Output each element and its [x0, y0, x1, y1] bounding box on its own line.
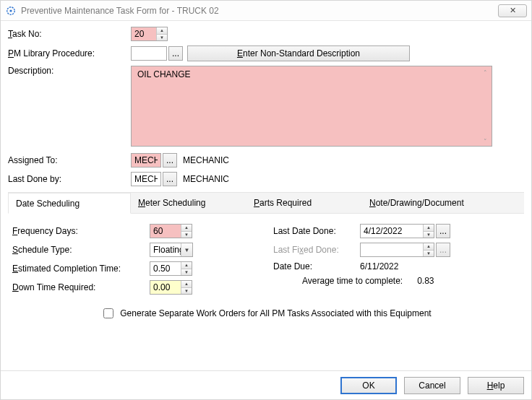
- down-time-required-label: Down Time Required:: [12, 282, 150, 292]
- cancel-button[interactable]: Cancel: [404, 377, 460, 394]
- last-date-done-label: Last Date Done:: [273, 226, 360, 236]
- pm-library-browse-button[interactable]: ...: [168, 46, 183, 61]
- task-no-input[interactable]: [132, 27, 156, 40]
- generate-separate-work-orders-label: Generate Separate Work Orders for All PM…: [120, 308, 431, 318]
- enter-nonstandard-button[interactable]: Enter Non-Standard Description: [187, 45, 410, 61]
- tab-meter-scheduling[interactable]: Meter Scheduling: [131, 193, 246, 213]
- assigned-to-name: MECHANIC: [183, 155, 229, 165]
- last-fixed-done-input[interactable]: [361, 243, 423, 256]
- last-fixed-done-label: Last Fixed Done:: [273, 245, 360, 255]
- frequency-days-label: Frequency Days:: [12, 226, 150, 236]
- close-icon: ✕: [510, 6, 516, 15]
- schedule-type-label: Schedule Type:: [12, 245, 150, 255]
- chevron-down-icon: ▼: [181, 243, 192, 256]
- assigned-to-browse-button[interactable]: ...: [163, 153, 177, 168]
- date-due-label: Date Due:: [273, 261, 360, 271]
- ok-button[interactable]: OK: [340, 377, 397, 394]
- tab-body-date-scheduling: Frequency Days: ▲▼ Schedule Type: Floati…: [8, 214, 524, 325]
- last-date-done-input[interactable]: [361, 225, 423, 238]
- pm-library-label: PM Library Procedure:: [8, 48, 131, 58]
- assigned-to-label: Assigned To:: [8, 155, 131, 165]
- last-done-by-label: Last Done by:: [8, 174, 131, 184]
- estimated-completion-time-input[interactable]: [150, 262, 181, 275]
- spin-down-icon[interactable]: ▼: [181, 231, 192, 238]
- spin-up-icon[interactable]: ▲: [424, 225, 434, 231]
- spin-down-icon[interactable]: ▼: [424, 250, 434, 257]
- spin-up-icon[interactable]: ▲: [181, 225, 192, 231]
- spin-down-icon[interactable]: ▼: [424, 231, 434, 238]
- pm-library-input[interactable]: [131, 46, 167, 61]
- spin-up-icon[interactable]: ▲: [181, 281, 192, 287]
- ellipsis-icon: ...: [166, 174, 173, 184]
- ellipsis-icon: ...: [439, 245, 447, 255]
- schedule-type-select[interactable]: Floating ▼: [150, 243, 193, 257]
- schedule-type-value: Floating: [150, 243, 181, 256]
- average-time-value: 0.83: [417, 276, 434, 286]
- task-no-spinner[interactable]: ▲ ▼: [131, 27, 168, 41]
- last-fixed-done-browse-button: ...: [436, 243, 450, 257]
- spin-down-icon[interactable]: ▼: [181, 287, 192, 295]
- help-button[interactable]: Help: [468, 377, 524, 394]
- window-title: Preventive Maintenance Task Form for - T…: [21, 6, 494, 16]
- spin-up-icon[interactable]: ▲: [181, 262, 192, 269]
- window-frame: Preventive Maintenance Task Form for - T…: [0, 0, 532, 400]
- average-time-label: Average time to complete:: [302, 276, 403, 286]
- generate-separate-work-orders-checkbox[interactable]: [103, 308, 113, 318]
- date-due-value: 6/11/2022: [360, 261, 398, 271]
- down-time-required-input[interactable]: [150, 281, 181, 294]
- tab-date-scheduling[interactable]: Date Scheduling: [8, 193, 131, 214]
- spin-down-icon[interactable]: ▼: [157, 34, 167, 41]
- description-textarea[interactable]: [131, 66, 492, 147]
- last-done-by-browse-button[interactable]: ...: [163, 172, 177, 186]
- window-close-button[interactable]: ✕: [498, 4, 527, 17]
- estimated-completion-time-spinner[interactable]: ▲▼: [150, 261, 192, 276]
- spin-up-icon[interactable]: ▲: [157, 27, 167, 34]
- description-label: Description:: [8, 66, 131, 76]
- last-date-done-browse-button[interactable]: ...: [436, 224, 450, 238]
- last-date-done-spinner[interactable]: ▲▼: [360, 224, 434, 238]
- ellipsis-icon: ...: [439, 226, 447, 236]
- down-time-required-spinner[interactable]: ▲▼: [150, 280, 192, 295]
- dialog-footer: OK Cancel Help: [1, 370, 531, 399]
- tab-parts-required[interactable]: Parts Required: [246, 193, 362, 213]
- estimated-completion-time-label: Estimated Completion Time:: [12, 264, 150, 274]
- task-no-label: Task No:: [8, 29, 131, 39]
- assigned-to-input[interactable]: [131, 153, 161, 168]
- ellipsis-icon: ...: [172, 48, 179, 58]
- app-icon: [5, 5, 17, 17]
- frequency-days-spinner[interactable]: ▲▼: [150, 224, 192, 238]
- titlebar: Preventive Maintenance Task Form for - T…: [1, 1, 531, 21]
- svg-point-1: [9, 9, 12, 12]
- frequency-days-input[interactable]: [150, 225, 181, 238]
- spin-down-icon[interactable]: ▼: [181, 269, 192, 276]
- last-done-by-input[interactable]: [131, 172, 161, 186]
- tab-strip: Date Scheduling Meter Scheduling Parts R…: [8, 192, 524, 214]
- spin-up-icon[interactable]: ▲: [424, 243, 434, 250]
- last-fixed-done-spinner[interactable]: ▲▼: [360, 243, 434, 257]
- ellipsis-icon: ...: [166, 155, 173, 165]
- tab-note-drawing-document[interactable]: Note/Drawing/Document: [362, 193, 524, 213]
- last-done-by-name: MECHANIC: [183, 174, 229, 184]
- form-content: Task No: ▲ ▼ PM Library Procedure: ... E…: [1, 21, 531, 370]
